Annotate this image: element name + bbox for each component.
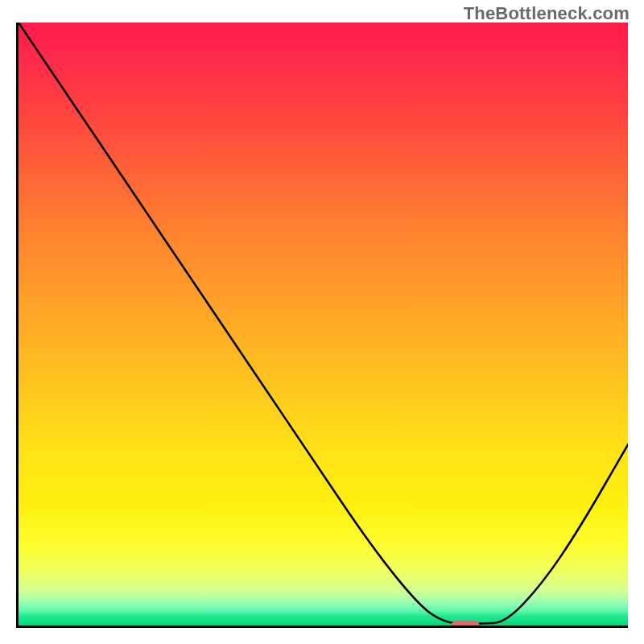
optimal-point-marker <box>451 621 480 628</box>
watermark-text: TheBottleneck.com <box>464 3 630 24</box>
chart-curve <box>19 23 628 625</box>
chart-plot-area <box>16 23 628 628</box>
